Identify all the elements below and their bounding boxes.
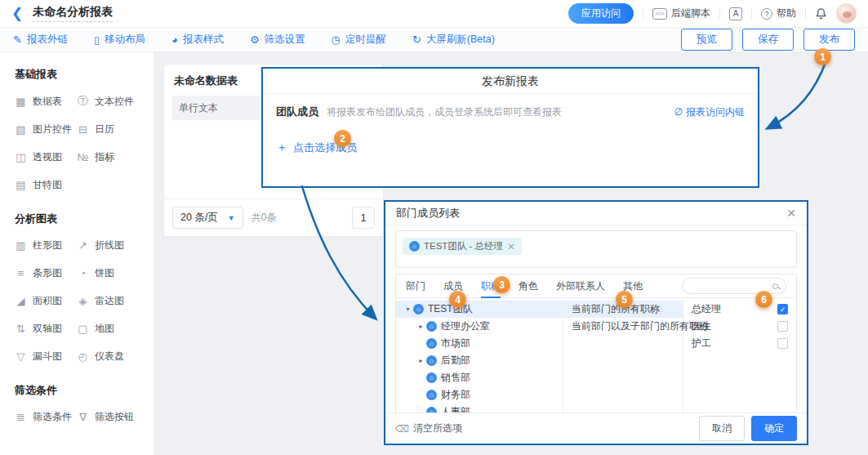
pie-chart-icon: ◔: [77, 267, 89, 279]
tab-角色[interactable]: 角色: [519, 274, 538, 298]
app-access-button[interactable]: 应用访问: [568, 3, 634, 24]
tree-node[interactable]: ▸⌂经理办公室: [396, 318, 563, 335]
gauge-icon: ◴: [77, 350, 89, 363]
sidebar-item-map-chart[interactable]: ▢地图: [77, 322, 139, 336]
back-icon[interactable]: ❮: [11, 7, 23, 20]
remove-tag-icon[interactable]: ✕: [507, 241, 515, 252]
search-input[interactable]: [682, 278, 786, 294]
sidebar-item-area-chart[interactable]: ◢面积图: [15, 294, 77, 308]
save-button[interactable]: 保存: [742, 29, 794, 51]
checkbox-checked[interactable]: ✓: [777, 304, 788, 314]
tree-caret-icon[interactable]: ▸: [416, 323, 426, 330]
clear-selection-link[interactable]: ⌫ 清空所选项: [395, 422, 462, 435]
sidebar-item-data-table[interactable]: ▦数据表: [15, 94, 77, 109]
tree-node[interactable]: ▸⌂后勤部: [396, 352, 563, 369]
sidebar-item-filter-button[interactable]: ∇筛选按钮: [77, 410, 139, 424]
tree-node[interactable]: ⌂财务部: [396, 386, 563, 404]
department-tree: ▾⌂TEST团队▸⌂经理办公室⌂市场部▸⌂后勤部⌂销售部⌂财务部⌂人事部⌂计算机…: [396, 298, 563, 417]
page-number[interactable]: 1: [352, 207, 375, 229]
publish-dialog-title: 发布新报表: [263, 69, 758, 94]
toolbar-item-report-style[interactable]: ◕报表样式: [171, 33, 224, 47]
job-title-row[interactable]: 护工: [683, 335, 796, 352]
job-title-row[interactable]: 总经理✓: [683, 301, 796, 318]
backend-script-button[interactable]: </> 后端脚本: [652, 7, 710, 20]
mobile-icon: ▯: [94, 33, 100, 46]
report-inner-link[interactable]: ∅ 报表访问内链: [674, 105, 745, 119]
search-icon: [772, 283, 778, 289]
pagination-bar: 20 条/页 ▼ 共0条 1: [164, 199, 383, 236]
sidebar-item-pie-chart[interactable]: ◔饼图: [77, 266, 139, 280]
tree-caret-icon[interactable]: ▸: [416, 357, 426, 364]
metric-icon: №: [77, 151, 89, 163]
pie-style-icon: ◕: [171, 33, 178, 46]
sidebar-item-bar-chart[interactable]: ≡条形图: [15, 266, 77, 280]
close-icon[interactable]: ✕: [786, 207, 796, 220]
column-label: 单行文本: [179, 101, 218, 115]
team-members-label: 团队成员: [276, 105, 318, 119]
step-badge-5: 5: [616, 291, 633, 308]
calendar-icon: ⊟: [77, 123, 89, 136]
tree-node[interactable]: ▾⌂TEST团队: [396, 301, 563, 318]
divider: [643, 8, 643, 19]
dual-axis-icon: ⇅: [15, 323, 27, 335]
confirm-button[interactable]: 确定: [751, 416, 797, 441]
clock-icon: ◷: [332, 33, 341, 46]
gantt-icon: ▤: [15, 179, 27, 191]
link-icon: ∅: [674, 106, 683, 118]
a-icon[interactable]: A: [729, 7, 742, 20]
sidebar-item-column-chart[interactable]: ▥柱形图: [15, 239, 77, 252]
sidebar-item-line-chart[interactable]: ↗折线图: [77, 239, 139, 252]
report-title[interactable]: 未命名分析报表: [33, 5, 113, 22]
toolbar-buttons: 预览 保存 发布: [681, 29, 855, 51]
tab-外部联系人[interactable]: 外部联系人: [556, 274, 605, 298]
sidebar-item-funnel-chart[interactable]: ▽漏斗图: [15, 350, 77, 364]
preview-button[interactable]: 预览: [681, 29, 732, 51]
department-dialog-title: 部门成员列表: [396, 206, 460, 221]
job-title-row[interactable]: 医生: [683, 318, 796, 335]
toolbar-item-report-external-link[interactable]: ✎报表外链: [13, 33, 68, 47]
step-badge-2: 2: [334, 130, 351, 147]
scope-option[interactable]: 当前部门以及子部门的所有职称: [563, 318, 683, 335]
toolbar-items: ✎报表外链▯移动布局◕报表样式⚙筛选设置◷定时提醒↻大屏刷新(Beta): [13, 33, 495, 47]
toolbar-item-filter-settings[interactable]: ⚙筛选设置: [250, 33, 305, 47]
help-button[interactable]: ? 帮助: [761, 7, 796, 20]
component-sidebar: 基础报表▦数据表Ⓣ文本控件▧图片控件⊟日历◫透视图№指标▤甘特图分析图表▥柱形图…: [0, 52, 154, 455]
sidebar-section-title: 筛选条件: [15, 383, 139, 398]
sidebar-item-metric[interactable]: №指标: [77, 150, 139, 164]
department-icon: ⌂: [426, 355, 437, 366]
refresh-icon: ↻: [412, 33, 421, 46]
page-size-select[interactable]: 20 条/页 ▼: [172, 207, 243, 229]
checkbox-unchecked[interactable]: [777, 338, 788, 349]
sidebar-item-calendar[interactable]: ⊟日历: [77, 123, 139, 136]
dialog-footer: ⌫ 清空所选项 取消 确定: [385, 413, 807, 444]
toolbar-item-screen-refresh[interactable]: ↻大屏刷新(Beta): [412, 33, 495, 47]
sidebar-item-dual-axis-chart[interactable]: ⇅双轴图: [15, 322, 77, 336]
sidebar-item-image-widget[interactable]: ▧图片控件: [15, 123, 77, 136]
tree-caret-icon[interactable]: ▾: [403, 306, 413, 313]
sidebar-item-pivot-view[interactable]: ◫透视图: [15, 150, 77, 164]
divider: [751, 8, 752, 19]
user-avatar[interactable]: [836, 3, 857, 24]
sidebar-item-text-widget[interactable]: Ⓣ文本控件: [77, 94, 139, 109]
funnel-icon: ▽: [15, 350, 27, 363]
sidebar-item-filter-condition[interactable]: ≣筛选条件: [15, 410, 77, 424]
sidebar-item-gantt-chart[interactable]: ▤甘特图: [15, 178, 77, 192]
publish-button[interactable]: 发布: [803, 29, 855, 51]
radar-chart-icon: ◈: [77, 295, 89, 307]
checkbox-unchecked[interactable]: [777, 321, 788, 332]
sidebar-item-gauge-chart[interactable]: ◴仪表盘: [77, 350, 139, 364]
tab-部门[interactable]: 部门: [406, 274, 425, 298]
edit-link-icon: ✎: [13, 33, 22, 46]
bar-chart-icon: ≡: [15, 267, 27, 279]
toolbar-item-scheduled-reminder[interactable]: ◷定时提醒: [332, 33, 386, 47]
sidebar-section-title: 分析图表: [15, 212, 139, 226]
selected-member-tag[interactable]: ⌂ TEST团队 - 总经理 ✕: [403, 238, 522, 255]
notification-bell-icon[interactable]: [815, 7, 827, 20]
sidebar-item-radar-chart[interactable]: ◈雷达图: [77, 294, 139, 308]
cancel-button[interactable]: 取消: [699, 416, 745, 441]
toolbar-item-mobile-layout[interactable]: ▯移动布局: [94, 33, 145, 47]
top-bar: ❮ 未命名分析报表 应用访问 </> 后端脚本 A ? 帮助: [0, 0, 868, 28]
tree-node[interactable]: ⌂市场部: [396, 335, 563, 352]
top-right-actions: 应用访问 </> 后端脚本 A ? 帮助: [568, 3, 857, 24]
tree-node[interactable]: ⌂销售部: [396, 369, 563, 386]
